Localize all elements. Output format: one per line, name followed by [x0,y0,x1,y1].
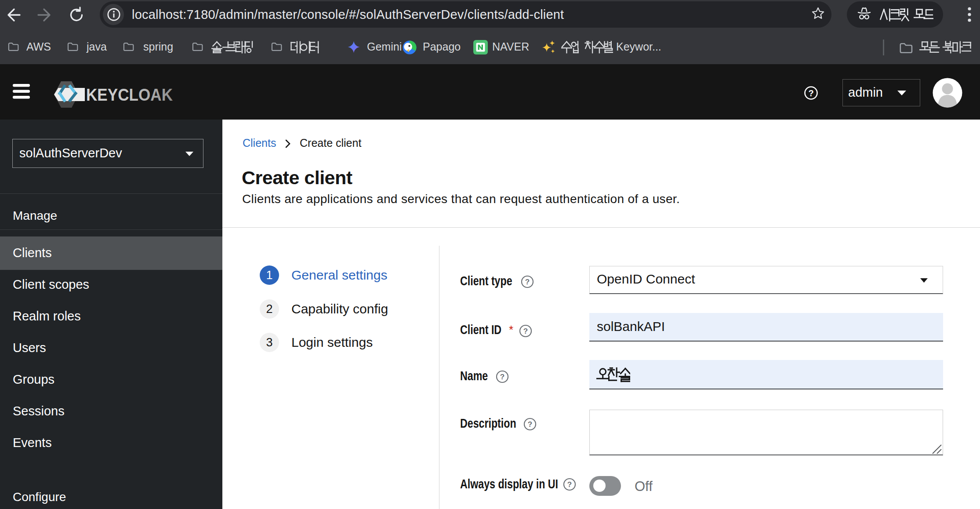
svg-text:?: ? [528,420,532,429]
svg-text:?: ? [808,88,813,98]
svg-text:KEYCLOAK: KEYCLOAK [86,85,173,104]
svg-text:?: ? [500,373,505,381]
svg-text:?: ? [523,327,528,335]
svg-text:?: ? [567,480,572,489]
svg-text:?: ? [525,278,530,286]
